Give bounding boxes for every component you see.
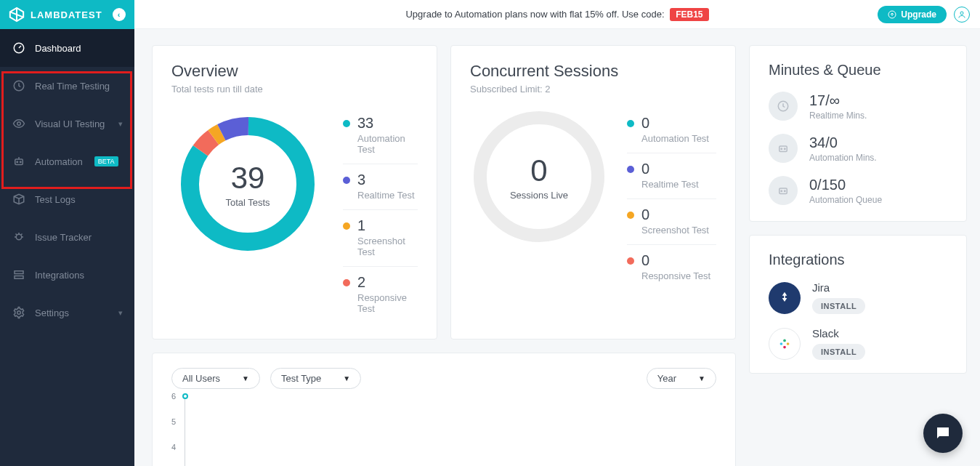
y-tick: 4 (171, 443, 176, 451)
svg-rect-17 (15, 271, 23, 274)
sidebar-item-label: Integrations (35, 270, 84, 281)
gauge-icon (12, 41, 26, 55)
y-axis (185, 396, 185, 466)
dot-icon (627, 166, 634, 173)
svg-point-5 (17, 122, 21, 126)
total-tests-label: Total Tests (225, 197, 270, 208)
y-tick: 5 (171, 417, 176, 426)
chevron-down-icon: ▾ (118, 308, 123, 318)
jira-icon (769, 282, 801, 314)
robot-icon (12, 154, 26, 169)
sessions-subtitle: Subscribed Limit: 2 (470, 84, 716, 95)
sidebar-item-automation[interactable]: Automation BETA (0, 142, 134, 180)
chart-area: 6 5 4 3 2 (171, 396, 716, 466)
filter-range-select[interactable]: Year▼ (647, 368, 716, 389)
upgrade-button[interactable]: Upgrade (878, 6, 947, 23)
promo-message: Upgrade to Automation plans now with fla… (405, 9, 664, 20)
svg-point-31 (781, 190, 782, 192)
integration-name: Slack (812, 327, 865, 340)
collapse-sidebar-button[interactable]: ‹ (113, 8, 126, 21)
integration-slack: Slack INSTALL (769, 327, 947, 360)
svg-point-7 (17, 161, 18, 163)
dot-icon (627, 120, 634, 127)
y-tick: 6 (171, 392, 176, 401)
robot-icon (769, 176, 798, 205)
svg-rect-34 (783, 339, 786, 342)
sessions-ring-chart: 0 Sessions Live (470, 108, 608, 246)
clock-icon (769, 92, 798, 121)
dot-icon (627, 257, 634, 265)
sidebar-item-dashboard[interactable]: Dashboard (0, 29, 134, 67)
mq-automation: 34/0Automation Mins. (769, 134, 947, 163)
topbar-actions: Upgrade (878, 6, 970, 23)
chevron-down-icon: ▾ (118, 119, 123, 129)
sidebar-item-settings[interactable]: Settings ▾ (0, 294, 134, 332)
integrations-title: Integrations (769, 252, 947, 268)
dot-icon (627, 212, 634, 219)
sessions-title: Concurrent Sessions (470, 62, 716, 81)
sidebar-item-label: Real Time Testing (35, 81, 110, 92)
robot-icon (769, 134, 798, 163)
svg-line-15 (16, 234, 17, 236)
overview-donut-chart: 39 Total Tests (171, 108, 324, 260)
bug-icon (12, 230, 26, 244)
sidebar-item-realtime-testing[interactable]: Real Time Testing (0, 67, 134, 105)
chart-card: All Users▼ Test Type▼ Year▼ 6 5 4 3 2 (152, 353, 736, 466)
svg-point-21 (960, 12, 963, 15)
svg-line-16 (21, 234, 23, 236)
profile-avatar[interactable] (954, 7, 970, 23)
chat-icon (934, 425, 952, 442)
filter-users-select[interactable]: All Users▼ (171, 368, 260, 389)
filter-type-select[interactable]: Test Type▼ (270, 368, 361, 389)
chevron-down-icon: ▼ (698, 374, 705, 382)
sessions-live-label: Sessions Live (510, 190, 568, 201)
mq-queue: 0/150Automation Queue (769, 176, 947, 205)
dot-icon (343, 177, 350, 184)
promo-code-badge: FEB15 (670, 8, 708, 21)
brand-bar: LAMBDATEST ‹ (0, 0, 134, 29)
svg-rect-36 (783, 345, 786, 348)
data-point (182, 393, 188, 399)
stat-screenshot: 0Screenshot Test (627, 199, 716, 245)
overview-title: Overview (171, 62, 418, 81)
box-icon (12, 192, 26, 206)
integration-jira: Jira INSTALL (769, 281, 947, 314)
topbar: Upgrade to Automation plans now with fla… (134, 0, 980, 29)
gear-icon (12, 305, 26, 320)
clock-icon (12, 79, 26, 93)
stat-responsive: 0Responsive Test (627, 245, 716, 290)
layers-icon (12, 268, 26, 282)
install-slack-button[interactable]: INSTALL (812, 344, 865, 360)
svg-point-28 (781, 148, 782, 150)
sidebar-item-visual-ui-testing[interactable]: Visual UI Testing ▾ (0, 105, 134, 142)
upgrade-label: Upgrade (901, 9, 936, 20)
stat-automation: 0Automation Test (627, 108, 716, 153)
dot-icon (343, 279, 350, 286)
content-area: Overview Total tests run till date 39 To… (134, 29, 980, 466)
slack-icon (769, 328, 801, 360)
overview-stat-list: 33Automation Test 3Realtime Test 1Screen… (343, 108, 418, 323)
integration-name: Jira (812, 281, 865, 294)
chevron-down-icon: ▼ (343, 374, 350, 382)
sidebar: LAMBDATEST ‹ Dashboard Real Time Testing… (0, 0, 134, 466)
overview-subtitle: Total tests run till date (171, 84, 418, 95)
brand-logo-icon (9, 7, 25, 23)
stat-responsive: 2Responsive Test (343, 267, 418, 323)
svg-rect-33 (780, 342, 783, 345)
stat-realtime: 3Realtime Test (343, 164, 418, 210)
upload-icon (888, 10, 896, 19)
eye-icon (12, 116, 26, 131)
promo-text: Upgrade to Automation plans now with fla… (405, 9, 708, 20)
stat-screenshot: 1Screenshot Test (343, 210, 418, 267)
sidebar-item-test-logs[interactable]: Test Logs (0, 180, 134, 218)
install-jira-button[interactable]: INSTALL (812, 298, 865, 314)
sidebar-item-issue-tracker[interactable]: Issue Tracker (0, 218, 134, 256)
sessions-live-value: 0 (530, 153, 547, 188)
stat-realtime: 0Realtime Test (627, 153, 716, 199)
sidebar-item-label: Automation (35, 156, 83, 167)
minutes-queue-card: Minutes & Queue 17/∞Realtime Mins. 34/0A… (749, 45, 967, 222)
chat-fab-button[interactable] (923, 414, 963, 453)
sidebar-item-integrations[interactable]: Integrations (0, 256, 134, 294)
sidebar-item-label: Test Logs (35, 194, 76, 205)
beta-badge: BETA (94, 156, 118, 166)
